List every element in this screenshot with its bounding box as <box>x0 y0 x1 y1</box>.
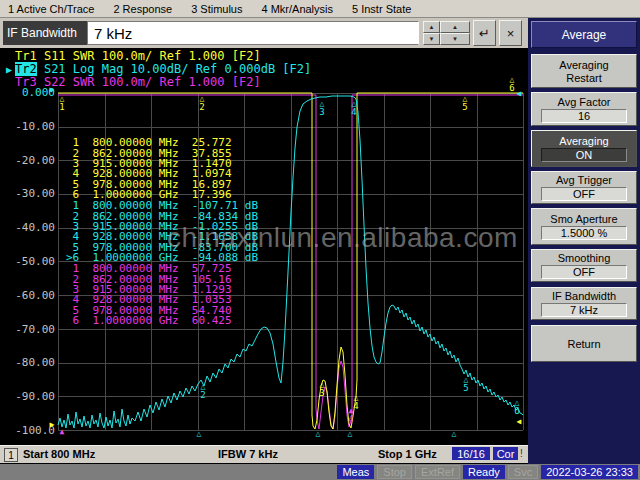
status-meas: Meas <box>337 465 374 479</box>
trace3-settings: S22 SWR 100.0m/ Ref 1.000 [F2] <box>37 75 261 89</box>
button-label: Smo Aperture <box>550 213 617 225</box>
if-bandwidth-button[interactable]: IF Bandwidth 7 kHz <box>531 287 637 320</box>
avg-factor-button[interactable]: Avg Factor 16 <box>531 92 637 126</box>
button-label: IF Bandwidth <box>552 290 616 302</box>
y-axis-tick-label: -60.00 <box>0 289 55 302</box>
smo-aperture-value: 1.5000 % <box>541 226 627 240</box>
button-label: Smoothing <box>558 252 611 264</box>
if-bandwidth-value: 7 kHz <box>541 303 627 317</box>
averaging-toggle-button[interactable]: Averaging ON <box>531 130 637 167</box>
y-axis-tick-label: -80.00 <box>0 356 55 369</box>
averaging-state-value: ON <box>541 148 627 162</box>
status-ready: Ready <box>463 465 505 479</box>
y-axis-tick-label: -70.00 <box>0 323 55 336</box>
button-label: Restart <box>566 72 601 84</box>
smo-aperture-button[interactable]: Smo Aperture 1.5000 % <box>531 208 637 245</box>
y-axis-tick-label: -20.00 <box>0 154 55 167</box>
status-extref: ExtRef <box>415 465 460 479</box>
watermark-text: chinaxinlun.en.alibaba.com <box>167 222 518 254</box>
trace2-settings: S21 Log Mag 10.00dB/ Ref 0.000dB [F2] <box>37 62 312 76</box>
instrument-status-bar: Meas Stop ExtRef Ready Svc 2022-03-26 23… <box>0 464 640 480</box>
stop-frequency: Stop 1 GHz <box>378 448 437 460</box>
y-axis-tick-label: -100.0 <box>0 424 55 437</box>
y-axis-tick-label: 0.000 <box>0 86 55 99</box>
y-axis-tick-label: -40.00 <box>0 221 55 234</box>
button-label: Averaging <box>559 59 608 71</box>
alert-indicator: ! <box>520 448 523 459</box>
marker-row: 6 1.0000000 GHz 60.425 <box>66 316 232 326</box>
button-label: Avg Trigger <box>556 174 612 186</box>
analyzer-screen: 1 Active Ch/Trace 2 Response 3 Stimulus … <box>0 0 640 480</box>
trace1-settings: S11 SWR 100.0m/ Ref 1.000 [F2] <box>37 49 261 63</box>
y-axis-tick-label: -90.00 <box>0 390 55 403</box>
correction-badge: Cor <box>493 447 518 460</box>
averaging-restart-button[interactable]: Averaging Restart <box>531 54 637 88</box>
channel-status-bar: 1 Start 800 MHz IFBW 7 kHz Stop 1 GHz 16… <box>0 445 528 463</box>
return-button[interactable]: Return <box>531 325 637 362</box>
smoothing-button[interactable]: Smoothing OFF <box>531 249 637 282</box>
channel-number: 1 <box>4 448 18 462</box>
active-trace-arrow: ▶ <box>6 63 15 76</box>
y-axis-labels: 0.000-10.00-20.00-30.00-40.00-50.00-60.0… <box>0 86 55 437</box>
trace1-id[interactable]: Tr1 <box>15 49 37 63</box>
ifbw-readout: IFBW 7 kHz <box>218 448 278 460</box>
y-axis-tick-label: -30.00 <box>0 187 55 200</box>
softkey-sidebar: Average Averaging Restart Avg Factor 16 … <box>528 18 640 464</box>
status-stop: Stop <box>377 465 412 479</box>
avg-trigger-button[interactable]: Avg Trigger OFF <box>531 171 637 204</box>
start-frequency: Start 800 MHz <box>23 448 95 460</box>
y-axis-tick-label: -50.00 <box>0 255 55 268</box>
button-label: Averaging <box>559 135 608 147</box>
avg-trigger-value: OFF <box>541 187 627 201</box>
smoothing-value: OFF <box>541 265 627 279</box>
avg-factor-value: 16 <box>541 109 627 123</box>
status-svc: Svc <box>508 465 538 479</box>
averaging-count-badge: 16/16 <box>452 447 490 460</box>
y-axis-tick-label: -10.00 <box>0 120 55 133</box>
button-label: Return <box>567 338 600 350</box>
softkey-menu-title: Average <box>531 21 637 48</box>
status-datetime: 2022-03-26 23:33 <box>541 465 638 479</box>
button-label: Avg Factor <box>558 96 611 108</box>
trace2-id[interactable]: Tr2 <box>15 62 37 76</box>
